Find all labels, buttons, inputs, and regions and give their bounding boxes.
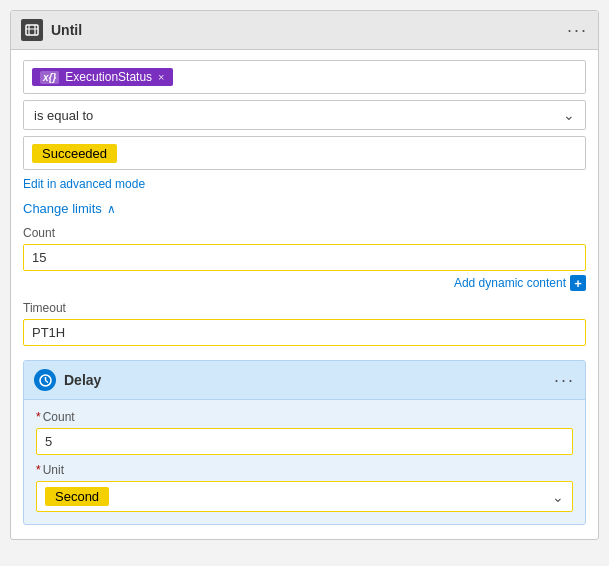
delay-more-button[interactable]: ··· [554, 370, 575, 391]
delay-unit-label: *Unit [36, 463, 573, 477]
change-limits-row[interactable]: Change limits ∧ [23, 201, 586, 216]
delay-count-label: *Count [36, 410, 573, 424]
delay-header: Delay ··· [24, 361, 585, 400]
edit-advanced-link[interactable]: Edit in advanced mode [23, 177, 145, 191]
svg-rect-0 [26, 25, 38, 35]
delay-count-row: *Count [36, 410, 573, 455]
caret-up-icon: ∧ [107, 202, 116, 216]
is-equal-to-dropdown[interactable]: is equal to ⌄ [23, 100, 586, 130]
until-header-left: Until [21, 19, 82, 41]
dropdown-label: is equal to [34, 108, 93, 123]
fx-icon: x{} [40, 71, 59, 84]
delay-container: Delay ··· *Count *Unit [23, 360, 586, 525]
until-container: Until ··· x{} ExecutionStatus × is equal… [10, 10, 599, 540]
add-dynamic-row: Add dynamic content + [23, 275, 586, 291]
tag-name-label: ExecutionStatus [65, 70, 152, 84]
until-body: x{} ExecutionStatus × is equal to ⌄ Succ… [11, 50, 598, 539]
svg-line-6 [45, 380, 48, 382]
count-input[interactable] [23, 244, 586, 271]
until-header: Until ··· [11, 11, 598, 50]
succeeded-row: Succeeded [23, 136, 586, 170]
add-dynamic-icon[interactable]: + [570, 275, 586, 291]
timeout-field-row: Timeout [23, 301, 586, 346]
delay-count-input[interactable] [36, 428, 573, 455]
timeout-input[interactable] [23, 319, 586, 346]
add-dynamic-content-link[interactable]: Add dynamic content [454, 276, 566, 290]
delay-body: *Count *Unit Second ⌄ [24, 400, 585, 524]
change-limits-label: Change limits [23, 201, 102, 216]
delay-unit-row: *Unit Second ⌄ [36, 463, 573, 512]
unit-required-star: * [36, 463, 41, 477]
timeout-label: Timeout [23, 301, 586, 315]
count-label: Count [23, 226, 586, 240]
tag-remove-icon[interactable]: × [158, 71, 164, 83]
count-required-star: * [36, 410, 41, 424]
until-icon [21, 19, 43, 41]
delay-title: Delay [64, 372, 101, 388]
condition-tag-row: x{} ExecutionStatus × [23, 60, 586, 94]
until-more-button[interactable]: ··· [567, 20, 588, 41]
unit-value-badge: Second [45, 487, 109, 506]
delay-header-left: Delay [34, 369, 101, 391]
unit-dropdown[interactable]: Second ⌄ [36, 481, 573, 512]
count-field-row: Count [23, 226, 586, 271]
succeeded-badge: Succeeded [32, 144, 117, 163]
execution-status-tag[interactable]: x{} ExecutionStatus × [32, 68, 173, 86]
unit-chevron-icon: ⌄ [552, 489, 564, 505]
dropdown-chevron-icon: ⌄ [563, 107, 575, 123]
delay-icon [34, 369, 56, 391]
until-title: Until [51, 22, 82, 38]
